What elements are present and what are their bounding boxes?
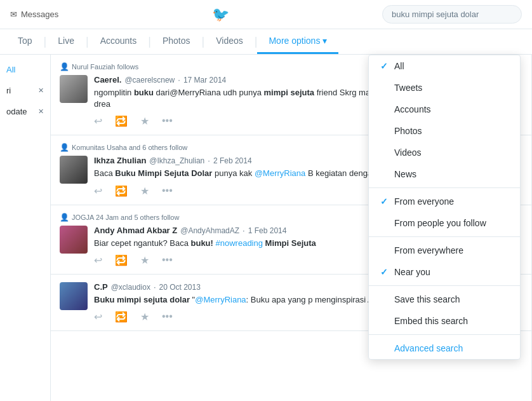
messages-icon: ✉	[10, 10, 17, 19]
dropdown-embed-search-label: Embed this search	[394, 316, 468, 326]
sidebar: All ri ✕ odate ✕	[0, 55, 51, 401]
tweet-4-handle: @xclaudiox	[111, 283, 150, 292]
more-options-dropdown: ✓ All Tweets Accounts Photos Videos News…	[368, 55, 521, 360]
sidebar-all-label: All	[6, 65, 15, 74]
dropdown-item-from-everywhere[interactable]: From everywhere	[369, 240, 520, 261]
top-nav: ✉ Messages 🐦	[0, 0, 532, 29]
dropdown-divider-2	[369, 236, 520, 237]
check-accounts	[380, 104, 389, 114]
dropdown-item-accounts[interactable]: Accounts	[369, 99, 520, 120]
dropdown-item-near-you[interactable]: ✓ Near you	[369, 261, 520, 283]
dropdown-divider-1	[369, 187, 520, 188]
dropdown-item-videos[interactable]: Videos	[369, 142, 520, 163]
avatar-3	[60, 226, 88, 254]
tab-top[interactable]: Top	[6, 29, 44, 54]
dropdown-item-from-everyone[interactable]: ✓ From everyone	[369, 191, 520, 212]
sidebar-odate-label: odate	[6, 107, 27, 116]
tweet-1-more[interactable]: •••	[162, 115, 173, 127]
dropdown-item-photos[interactable]: Photos	[369, 120, 520, 142]
person-icon-1: 👤	[60, 62, 69, 71]
tweet-1-favorite[interactable]: ★	[140, 115, 149, 127]
tweet-4-date: 20 Oct 2013	[159, 283, 201, 292]
tweet-3-name: Andy Ahmad Akbar Z	[94, 226, 177, 235]
tab-photos[interactable]: Photos	[151, 29, 202, 54]
sidebar-item-odate[interactable]: odate ✕	[0, 103, 50, 120]
tweet-3-more[interactable]: •••	[162, 254, 173, 266]
tweet-2-favorite[interactable]: ★	[140, 185, 149, 197]
dropdown-item-news[interactable]: News	[369, 163, 520, 185]
dropdown-item-advanced-search[interactable]: Advanced search	[369, 337, 520, 359]
tweet-1-retweet[interactable]: 🔁	[115, 115, 128, 127]
tweet-3-reply[interactable]: ↩	[94, 254, 102, 266]
tweet-4-retweet[interactable]: 🔁	[115, 311, 128, 323]
sidebar-item-ri[interactable]: ri ✕	[0, 82, 50, 99]
messages-link[interactable]: ✉ Messages	[10, 10, 58, 19]
dropdown-from-everywhere-label: From everywhere	[394, 245, 463, 255]
tweet-1-handle: @caerelscnew	[124, 76, 175, 85]
check-embed-search	[380, 316, 389, 326]
avatar-4	[60, 282, 88, 310]
sidebar-ri-close[interactable]: ✕	[38, 86, 44, 95]
tweet-4-name: C.P	[94, 282, 108, 292]
dropdown-item-embed-search[interactable]: Embed this search	[369, 310, 520, 332]
twitter-logo-area: 🐦	[58, 6, 382, 23]
dropdown-videos-label: Videos	[394, 147, 422, 158]
dropdown-accounts-label: Accounts	[394, 104, 431, 114]
tab-live[interactable]: Live	[46, 29, 86, 54]
check-photos	[380, 126, 389, 136]
tweet-1-date: 17 Mar 2014	[183, 76, 226, 85]
dropdown-item-from-people-follow[interactable]: From people you follow	[369, 212, 520, 234]
dropdown-save-search-label: Save this search	[394, 294, 460, 304]
messages-label: Messages	[21, 10, 58, 19]
dropdown-photos-label: Photos	[394, 126, 422, 136]
check-tweets	[380, 83, 389, 93]
search-input[interactable]	[382, 5, 522, 24]
dropdown-news-label: News	[394, 169, 416, 179]
check-from-everyone: ✓	[380, 196, 389, 207]
check-from-everywhere	[380, 245, 389, 255]
search-box-container	[382, 5, 522, 24]
dropdown-item-all[interactable]: ✓ All	[369, 55, 520, 77]
tweet-2-more[interactable]: •••	[162, 185, 173, 197]
tweet-1-dot: ·	[178, 75, 180, 85]
sidebar-ri-label: ri	[6, 86, 11, 95]
tweet-4-favorite[interactable]: ★	[140, 311, 149, 323]
avatar-1	[60, 75, 88, 103]
person-icon-3: 👤	[60, 213, 69, 222]
check-near-you: ✓	[380, 267, 389, 277]
tweet-2-name: Ikhza Zhulian	[94, 156, 146, 165]
check-save-search	[380, 294, 389, 304]
tweet-2-retweet[interactable]: 🔁	[115, 185, 128, 197]
tab-videos[interactable]: Videos	[204, 29, 255, 54]
dropdown-tweets-label: Tweets	[394, 83, 422, 93]
tweet-4-more[interactable]: •••	[162, 311, 173, 323]
person-icon-2: 👤	[60, 143, 69, 152]
sidebar-item-all[interactable]: All	[0, 61, 50, 78]
sidebar-odate-close[interactable]: ✕	[38, 107, 44, 116]
tweet-2-date: 2 Feb 2014	[213, 156, 252, 165]
check-all: ✓	[380, 61, 389, 71]
check-videos	[380, 147, 389, 158]
tweet-1-reply[interactable]: ↩	[94, 115, 102, 127]
dropdown-item-save-search[interactable]: Save this search	[369, 289, 520, 310]
dropdown-from-people-follow-label: From people you follow	[394, 218, 486, 228]
avatar-2	[60, 156, 88, 184]
dropdown-near-you-label: Near you	[394, 267, 430, 277]
tweet-2-handle: @Ikhza_Zhulian	[149, 156, 204, 165]
dropdown-divider-3	[369, 285, 520, 286]
tweet-1-name: Caerel.	[94, 75, 121, 85]
dropdown-from-everyone-label: From everyone	[394, 196, 454, 207]
dropdown-all-label: All	[394, 61, 404, 71]
tweet-3-date: 1 Feb 2014	[248, 226, 287, 235]
dropdown-item-tweets[interactable]: Tweets	[369, 77, 520, 99]
tweet-4-reply[interactable]: ↩	[94, 311, 102, 323]
tweet-3-favorite[interactable]: ★	[140, 254, 149, 266]
tweet-2-reply[interactable]: ↩	[94, 185, 102, 197]
tweet-3-retweet[interactable]: 🔁	[115, 254, 128, 266]
tabs-bar: Top | Live | Accounts | Photos | Videos …	[0, 29, 532, 55]
dropdown-divider-4	[369, 334, 520, 335]
tab-accounts[interactable]: Accounts	[89, 29, 149, 54]
dropdown-advanced-search-label: Advanced search	[394, 343, 463, 353]
check-news	[380, 169, 389, 179]
tab-more-options[interactable]: More options ▾	[257, 29, 338, 54]
